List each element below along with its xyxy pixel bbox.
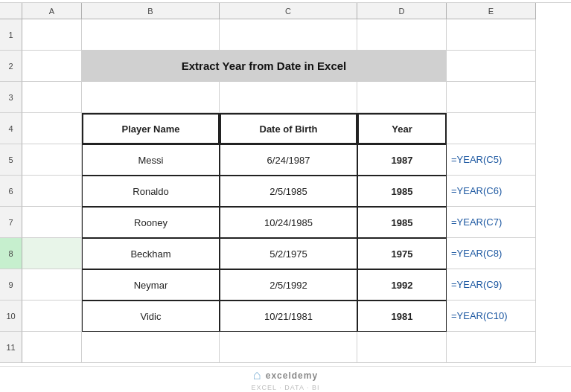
row-num-11: 11 [0,332,22,363]
row-num-3: 3 [0,82,22,113]
row-num-5: 5 [0,144,22,176]
data-cell-r6c3[interactable]: 1985 [357,176,447,207]
cell-r2c0 [22,51,82,82]
table-row: Ronaldo2/5/19851985=YEAR(C6) [22,176,571,207]
data-cell-r10c1[interactable]: Vidic [82,301,220,332]
data-cell-r5c2[interactable]: 6/24/1987 [220,144,357,176]
grid-rows: Extract Year from Date in ExcelPlayer Na… [22,19,571,366]
title-cell: Extract Year from Date in Excel [82,51,447,82]
data-cell-r5c1[interactable]: Messi [82,144,220,176]
table-row: Messi6/24/19871987=YEAR(C5) [22,144,571,176]
table-row: Beckham5/2/19751975=YEAR(C8) [22,238,571,269]
header-cell-col1: Player Name [82,113,220,144]
data-cell-r6c1[interactable]: Ronaldo [82,176,220,207]
cell-r11c2 [220,332,357,363]
col-header-c: C [220,3,357,19]
corner-cell [0,3,22,19]
row-num-1: 1 [0,19,22,51]
col-headers: A B C D E [22,3,571,19]
formula-cell-e6[interactable]: =YEAR(C6) [447,176,536,207]
cell-r11c1 [82,332,220,363]
watermark-icon: ⌂ [253,367,261,383]
formula-cell-e5[interactable]: =YEAR(C5) [447,144,536,176]
data-cell-r7c2[interactable]: 10/24/1985 [220,207,357,238]
cell-r3c1 [82,82,220,113]
spreadsheet: 1234567891011 A B C D E Extract Year fro… [0,0,571,392]
table-row [22,19,571,51]
data-cell-r9c1[interactable]: Neymar [82,269,220,301]
sheet-area: 1234567891011 A B C D E Extract Year fro… [0,3,571,366]
cell-r9c0 [22,269,82,301]
row-num-4: 4 [0,113,22,144]
formula-cell-e8[interactable]: =YEAR(C8) [447,238,536,269]
data-cell-r6c2[interactable]: 2/5/1985 [220,176,357,207]
cell-r4c0 [22,113,82,144]
cell-r1c0 [22,19,82,51]
formula-cell-e4[interactable] [447,113,536,144]
table-row: Vidic10/21/19811981=YEAR(C10) [22,301,571,332]
col-header-e: E [447,3,536,19]
formula-cell-e9[interactable]: =YEAR(C9) [447,269,536,301]
cell-r5c0 [22,144,82,176]
watermark-logo: ⌂ exceldemy EXCEL · DATA · BI [252,367,320,391]
cell-r10c0 [22,301,82,332]
cell-r8c0 [22,238,82,269]
cell-r3c2 [220,82,357,113]
data-cell-r5c3[interactable]: 1987 [357,144,447,176]
table-row [22,332,571,363]
row-num-10: 10 [0,301,22,332]
table-row [22,82,571,113]
formula-cell-e7[interactable]: =YEAR(C7) [447,207,536,238]
table-row: Neymar2/5/19921992=YEAR(C9) [22,269,571,301]
table-row: Extract Year from Date in Excel [22,51,571,82]
row-numbers: 1234567891011 [0,3,22,366]
formula-cell-e1[interactable] [447,19,536,51]
watermark-area: ⌂ exceldemy EXCEL · DATA · BI [0,366,571,392]
table-row: Player NameDate of BirthYear [22,113,571,144]
data-cell-r8c2[interactable]: 5/2/1975 [220,238,357,269]
col-header-b: B [82,3,220,19]
data-cell-r7c3[interactable]: 1985 [357,207,447,238]
cell-r1c2 [220,19,357,51]
row-num-6: 6 [0,176,22,207]
row-num-8: 8 [0,238,22,269]
formula-cell-e11[interactable] [447,332,536,363]
formula-cell-e10[interactable]: =YEAR(C10) [447,301,536,332]
cell-r6c0 [22,176,82,207]
formula-cell-e3[interactable] [447,82,536,113]
data-cell-r8c3[interactable]: 1975 [357,238,447,269]
data-cell-r7c1[interactable]: Rooney [82,207,220,238]
header-cell-col2: Date of Birth [220,113,357,144]
grid-area: A B C D E Extract Year from Date in Exce… [22,3,571,366]
row-num-2: 2 [0,51,22,82]
cell-r11c3 [357,332,447,363]
watermark-name: exceldemy [266,370,318,381]
cell-r1c3 [357,19,447,51]
cell-r3c3 [357,82,447,113]
data-cell-r9c3[interactable]: 1992 [357,269,447,301]
watermark-sub: EXCEL · DATA · BI [252,384,320,391]
table-row: Rooney10/24/19851985=YEAR(C7) [22,207,571,238]
data-cell-r10c2[interactable]: 10/21/1981 [220,301,357,332]
data-cell-r8c1[interactable]: Beckham [82,238,220,269]
header-cell-col3: Year [357,113,447,144]
row-num-9: 9 [0,269,22,301]
row-num-7: 7 [0,207,22,238]
col-header-a: A [22,3,82,19]
col-header-d: D [357,3,447,19]
data-cell-r10c3[interactable]: 1981 [357,301,447,332]
cell-r7c0 [22,207,82,238]
cell-r3c0 [22,82,82,113]
cell-r11c0 [22,332,82,363]
data-cell-r9c2[interactable]: 2/5/1992 [220,269,357,301]
formula-cell-e2[interactable] [447,51,536,82]
cell-r1c1 [82,19,220,51]
